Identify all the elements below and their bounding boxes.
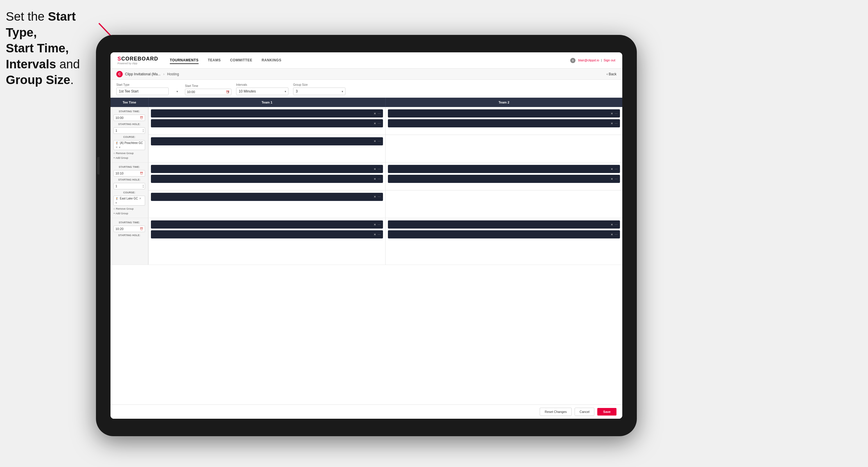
- player-expand-11[interactable]: ⋯: [378, 223, 381, 226]
- course-tag-1: 🏌 (A) Peachtree GC ✕ ▾: [114, 140, 145, 150]
- player-x-4[interactable]: ✕: [611, 122, 613, 125]
- team1-cell-3a: ✕ ⋯ ✕ ⋯: [148, 218, 385, 264]
- player-expand-7[interactable]: ⋯: [378, 177, 381, 181]
- starting-time-input-2[interactable]: 10:10 ⏰: [114, 170, 145, 177]
- course-label-1: COURSE:: [114, 135, 145, 138]
- player-expand-14[interactable]: ⋯: [615, 233, 618, 236]
- player-x-6[interactable]: ✕: [374, 167, 376, 171]
- nav-user: B blair@clippd.io | Sign out: [570, 58, 615, 63]
- table-header: Tee Time Team 1 Team 2: [111, 98, 622, 107]
- player-expand-12[interactable]: ⋯: [378, 233, 381, 236]
- course-arrow-1[interactable]: ▾: [119, 146, 120, 149]
- player-expand-4[interactable]: ⋯: [615, 122, 618, 125]
- course-tag-2: 🏌 East Lake GC ✕ ▾: [114, 196, 145, 206]
- team-row-1a: ✕ ⋯ ✕ ⋯ ✕ ⋯: [148, 107, 622, 135]
- tablet-screen: SCOREBOARD Powered by clipp TOURNAMENTS …: [111, 52, 622, 419]
- start-type-select[interactable]: 1st Tee Start Shotgun Start: [116, 88, 169, 95]
- player-expand-3[interactable]: ⋯: [615, 112, 618, 115]
- group-size-label: Group Size: [293, 83, 345, 86]
- col-tee-time: Tee Time: [111, 98, 148, 107]
- course-label-2: COURSE:: [114, 191, 145, 194]
- player-x-13[interactable]: ✕: [611, 223, 613, 226]
- add-group-2[interactable]: + Add Group: [114, 212, 145, 215]
- group-section-3: STARTING TIME: 10:20 ⏰ STARTING HOLE: ✕: [111, 218, 622, 265]
- save-button[interactable]: Save: [597, 408, 617, 415]
- player-x-8[interactable]: ✕: [611, 167, 613, 171]
- player-expand-6[interactable]: ⋯: [378, 167, 381, 171]
- team2-cell-2b: [385, 190, 622, 218]
- starting-time-input-1[interactable]: 10:00 ⏰: [114, 115, 145, 121]
- team-cells-2: ✕ ⋯ ✕ ⋯ ✕ ⋯: [148, 162, 622, 218]
- player-x-12[interactable]: ✕: [374, 233, 376, 236]
- left-panel-2: STARTING TIME: 10:10 ⏰ STARTING HOLE: 1 …: [111, 162, 148, 218]
- player-x-5[interactable]: ✕: [374, 139, 376, 143]
- player-expand-10[interactable]: ⋯: [378, 195, 381, 198]
- player-row-9: ✕ ⋯: [388, 175, 620, 183]
- nav-committee[interactable]: COMMITTEE: [230, 57, 252, 64]
- intervals-label: Intervals: [236, 83, 288, 86]
- player-x-7[interactable]: ✕: [374, 177, 376, 181]
- player-expand-8[interactable]: ⋯: [615, 167, 618, 171]
- nav-teams[interactable]: TEAMS: [208, 57, 221, 64]
- left-panel-3: STARTING TIME: 10:20 ⏰ STARTING HOLE:: [111, 218, 148, 264]
- course-arrow-2[interactable]: ▾: [116, 201, 117, 205]
- player-expand-1[interactable]: ⋯: [378, 112, 381, 115]
- bottom-bar: Reset Changes Cancel Save: [111, 404, 622, 419]
- starting-hole-label-1: STARTING HOLE:: [114, 123, 145, 126]
- player-expand-2[interactable]: ⋯: [378, 122, 381, 125]
- player-x-11[interactable]: ✕: [374, 223, 376, 226]
- team-row-2b: ✕ ⋯: [148, 190, 622, 218]
- player-row-12: ✕ ⋯: [151, 230, 383, 239]
- player-x-1[interactable]: ✕: [374, 112, 376, 115]
- intervals-select[interactable]: 10 Minutes 8 Minutes 12 Minutes: [236, 88, 288, 95]
- hole-spinner-2[interactable]: ▲▼: [142, 184, 144, 188]
- player-row-11: ✕ ⋯: [151, 220, 383, 228]
- player-expand-13[interactable]: ⋯: [615, 223, 618, 226]
- settings-row: Start Type 1st Tee Start Shotgun Start S…: [111, 80, 622, 98]
- group-size-select[interactable]: 3 2 4: [293, 88, 345, 95]
- team-cells-3: ✕ ⋯ ✕ ⋯ ✕ ⋯: [148, 218, 622, 264]
- player-expand-9[interactable]: ⋯: [615, 177, 618, 181]
- course-x-1[interactable]: ✕: [116, 146, 118, 149]
- nav-rankings[interactable]: RANKINGS: [262, 57, 281, 64]
- player-row-13: ✕ ⋯: [388, 220, 620, 228]
- reset-changes-button[interactable]: Reset Changes: [540, 408, 572, 416]
- starting-hole-input-1[interactable]: 1: [114, 127, 145, 134]
- breadcrumb-bar: C Clipp Invitational (Ma... › Hosting Ba…: [111, 69, 622, 80]
- logo: SCOREBOARD Powered by clipp: [118, 56, 158, 65]
- content-area[interactable]: STARTING TIME: 10:00 ⏰ STARTING HOLE: 1 …: [111, 107, 622, 404]
- remove-group-2[interactable]: ○Remove Group: [114, 207, 145, 210]
- player-x-2[interactable]: ✕: [374, 122, 376, 125]
- hole-spinner-1[interactable]: ▲▼: [142, 128, 144, 133]
- team2-cell-1b: [385, 135, 622, 162]
- add-group-1[interactable]: + Add Group: [114, 156, 145, 159]
- player-row-6: ✕ ⋯: [151, 165, 383, 173]
- starting-time-input-3[interactable]: 10:20 ⏰: [114, 226, 145, 232]
- group-row-3: STARTING TIME: 10:20 ⏰ STARTING HOLE: ✕: [111, 218, 622, 264]
- breadcrumb-logo: C: [116, 71, 123, 77]
- course-x-2[interactable]: ✕: [139, 197, 141, 200]
- navbar: SCOREBOARD Powered by clipp TOURNAMENTS …: [111, 52, 622, 69]
- start-type-field: Start Type 1st Tee Start Shotgun Start: [116, 83, 180, 95]
- team1-cell-2b: ✕ ⋯: [148, 190, 385, 218]
- player-row-1: ✕ ⋯: [151, 109, 383, 118]
- player-row-5: ✕ ⋯: [151, 137, 383, 146]
- remove-group-1[interactable]: ○Remove Group: [114, 152, 145, 155]
- player-row-10: ✕ ⋯: [151, 193, 383, 201]
- starting-hole-label-2: STARTING HOLE:: [114, 178, 145, 181]
- player-x-14[interactable]: ✕: [611, 233, 613, 236]
- starting-hole-input-2[interactable]: 1: [114, 183, 145, 189]
- group-section-2: STARTING TIME: 10:10 ⏰ STARTING HOLE: 1 …: [111, 162, 622, 218]
- player-x-10[interactable]: ✕: [374, 195, 376, 198]
- starting-time-label-1: STARTING TIME:: [114, 110, 145, 113]
- player-expand-5[interactable]: ⋯: [378, 139, 381, 143]
- sign-out-link[interactable]: Sign out: [604, 58, 615, 62]
- start-time-label: Start Time: [185, 84, 231, 88]
- back-button[interactable]: Back: [607, 72, 617, 76]
- cancel-button[interactable]: Cancel: [575, 408, 594, 416]
- player-x-9[interactable]: ✕: [611, 177, 613, 181]
- starting-time-label-2: STARTING TIME:: [114, 165, 145, 168]
- nav-tournaments[interactable]: TOURNAMENTS: [170, 57, 198, 64]
- player-x-3[interactable]: ✕: [611, 112, 613, 115]
- start-time-input[interactable]: 10:00 ⏰: [185, 89, 231, 95]
